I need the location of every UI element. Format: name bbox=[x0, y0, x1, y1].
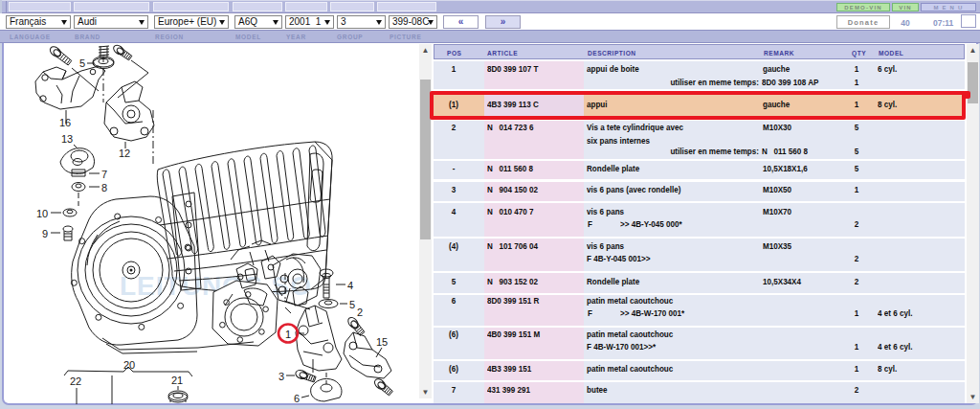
svg-text:21: 21 bbox=[171, 375, 183, 386]
svg-text:9: 9 bbox=[42, 228, 48, 239]
svg-text:5: 5 bbox=[79, 57, 85, 69]
svg-text:3: 3 bbox=[278, 371, 284, 382]
svg-text:6: 6 bbox=[294, 393, 300, 404]
svg-text:13: 13 bbox=[61, 133, 73, 145]
svg-text:22: 22 bbox=[70, 375, 81, 387]
svg-text:10: 10 bbox=[36, 208, 48, 219]
svg-text:8: 8 bbox=[101, 182, 107, 193]
svg-text:20: 20 bbox=[123, 359, 135, 371]
svg-text:7: 7 bbox=[101, 169, 107, 180]
svg-text:2: 2 bbox=[357, 307, 363, 318]
svg-text:5: 5 bbox=[349, 299, 355, 310]
svg-text:4: 4 bbox=[347, 280, 353, 291]
svg-text:15: 15 bbox=[376, 336, 388, 348]
svg-text:1: 1 bbox=[285, 329, 291, 340]
svg-text:16: 16 bbox=[59, 117, 71, 128]
svg-text:12: 12 bbox=[119, 148, 130, 159]
